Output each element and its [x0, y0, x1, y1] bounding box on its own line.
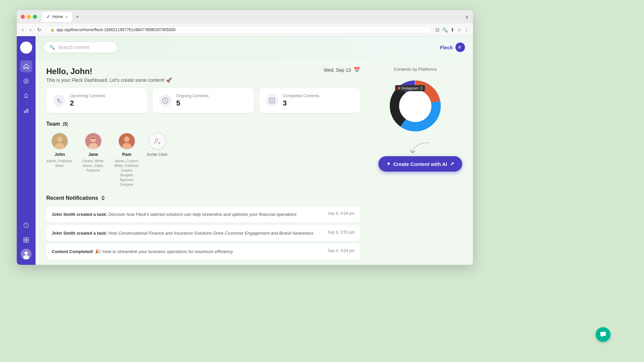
svg-point-24 [91, 136, 96, 142]
notification-3: Content Completed! 🎉: How to streamline … [46, 244, 360, 260]
svg-point-1 [25, 80, 27, 82]
browser-window: ✓ Home ✕ + ∨ ‹ › ↻ 🔒 app.oppflow.io/home… [17, 10, 473, 265]
svg-point-21 [57, 136, 63, 142]
stat-ongoing-info: Ongoing Contents 5 [176, 94, 209, 108]
workspace-avatar[interactable]: F [455, 43, 465, 52]
john-avatar [51, 132, 68, 150]
sidebar-item-analytics[interactable] [20, 105, 32, 117]
tab-bar: ✓ Home ✕ + [42, 12, 82, 22]
minimize-button[interactable] [27, 15, 31, 19]
greeting-subtitle: This is your Fleck Dashboard. Let's crea… [46, 77, 172, 83]
sidebar-item-notifications[interactable] [20, 90, 32, 102]
forward-button[interactable]: › [29, 26, 33, 34]
chart-title: Contents by Platforms [368, 67, 462, 72]
svg-rect-4 [27, 109, 28, 113]
stats-row: Upcoming Contents 2 [46, 88, 360, 113]
lock-icon: 🔒 [50, 28, 54, 32]
close-button[interactable] [21, 15, 25, 19]
tooltip-dot [398, 87, 400, 89]
search-page-icon[interactable]: 🔍 [442, 27, 448, 33]
chart-tooltip: Instagram: 3 [395, 85, 425, 91]
screenshot-icon[interactable]: ⊡ [435, 27, 439, 33]
svg-text:?: ? [25, 224, 27, 227]
main-content: 🔍 Search content Fleck F [36, 36, 473, 265]
ongoing-icon [159, 95, 171, 107]
sidebar-item-home[interactable] [20, 60, 32, 72]
url-text: app.oppflow.io/home/fleck-1686211907761x… [56, 27, 175, 32]
notification-1-author: John Smith created a task: [52, 212, 108, 217]
sidebar-bottom: ? [20, 219, 32, 259]
stat-ongoing: Ongoing Contents 5 [153, 88, 254, 113]
home-tab[interactable]: ✓ Home ✕ [42, 12, 72, 22]
bookmark-icon[interactable]: ☆ [457, 27, 462, 33]
invite-user-button[interactable]: Invite User [147, 132, 168, 157]
notifications-section: Recent Notifications John Smith created … [46, 195, 360, 260]
address-bar: ‹ › ↻ 🔒 app.oppflow.io/home/fleck-168621… [17, 23, 473, 36]
header-right: Fleck F [440, 43, 465, 52]
team-member-john[interactable]: John Admin, Publisher, Writer [46, 132, 73, 168]
ai-arrow-decoration [409, 139, 435, 161]
svg-point-0 [24, 79, 29, 83]
dashboard-body: Hello, John! This is your Fleck Dashboar… [36, 59, 473, 265]
svg-text:F: F [459, 45, 461, 50]
team-member-pam[interactable]: Pam Admin, Custom, Writer, Publisher, Gr… [113, 132, 140, 187]
stat-upcoming-info: Upcoming Contents 2 [70, 94, 105, 108]
user-avatar[interactable] [21, 249, 32, 259]
ai-button-arrow: ↗ [450, 161, 454, 167]
sidebar-item-help[interactable]: ? [20, 219, 32, 231]
tab-close-icon[interactable]: ✕ [65, 15, 68, 19]
notification-3-text: Content Completed! 🎉: How to streamline … [52, 248, 322, 255]
stat-completed: Completed Contents 3 [259, 88, 360, 113]
pam-avatar [118, 132, 136, 150]
tooltip-text: Instagram: 3 [402, 86, 422, 90]
dashboard-grid: Hello, John! This is your Fleck Dashboar… [46, 67, 462, 262]
pam-name: Pam [122, 152, 131, 157]
pam-roles: Admin, Custom, Writer, Publisher, Graphi… [113, 159, 140, 187]
notification-3-time: Sep 4, 3:04 pm [328, 248, 355, 253]
url-bar[interactable]: 🔒 app.oppflow.io/home/fleck-168621190776… [46, 26, 432, 34]
svg-rect-7 [24, 238, 26, 240]
upcoming-label: Upcoming Contents [70, 94, 105, 98]
refresh-button[interactable]: ↻ [36, 26, 43, 34]
completed-icon [266, 95, 278, 107]
upcoming-icon [53, 95, 65, 107]
back-button[interactable]: ‹ [21, 26, 25, 34]
new-tab-button[interactable]: + [73, 12, 82, 21]
notification-2-text: John Smith created a task: How Conversat… [52, 230, 322, 237]
john-roles: Admin, Publisher, Writer [46, 159, 73, 168]
svg-rect-9 [24, 240, 26, 242]
window-collapse-icon[interactable]: ∨ [465, 14, 469, 20]
svg-point-34 [399, 90, 431, 122]
ai-button-area: ✦ Create Content with AI ↗ [368, 156, 462, 172]
sidebar-item-tasks[interactable] [20, 75, 32, 87]
notification-1-text: John Smith created a task: Discover how … [52, 211, 322, 218]
maximize-button[interactable] [33, 15, 37, 19]
notification-2-time: Sep 8, 3:55 pm [328, 230, 355, 235]
tab-favicon: ✓ [46, 14, 50, 19]
left-column: Hello, John! This is your Fleck Dashboar… [46, 67, 360, 262]
sidebar-logo[interactable] [20, 42, 32, 54]
share-icon[interactable]: ⬆ [450, 27, 454, 33]
completed-label: Completed Contents [283, 94, 319, 98]
app-container: ? [17, 36, 473, 265]
traffic-lights [21, 15, 37, 19]
donut-chart: Instagram: 3 [385, 76, 445, 136]
jane-roles: Creator, Writer, Admin, Editor, Publishe… [80, 159, 107, 173]
workspace-name: Fleck [440, 45, 453, 50]
notification-3-task: How to streamline your business operatio… [103, 249, 233, 254]
search-placeholder: Search content [58, 45, 89, 50]
browser-titlebar: ✓ Home ✕ + ∨ [17, 10, 473, 23]
svg-point-19 [65, 122, 67, 124]
notification-1: John Smith created a task: Discover how … [46, 206, 360, 223]
notification-3-author: Content Completed! 🎉: [52, 249, 103, 254]
invite-icon [149, 132, 166, 150]
team-section: Team [46, 121, 360, 187]
ai-button-label: Create Content with AI [393, 161, 447, 167]
search-bar[interactable]: 🔍 Search content [44, 42, 117, 53]
sidebar-item-grid[interactable] [20, 234, 32, 246]
chat-button[interactable] [596, 327, 610, 342]
donut-svg [385, 76, 445, 136]
team-member-jane[interactable]: Jane Creator, Writer, Admin, Editor, Pub… [80, 132, 107, 173]
stat-upcoming: Upcoming Contents 2 [46, 88, 147, 113]
more-icon[interactable]: ⋮ [464, 27, 469, 33]
